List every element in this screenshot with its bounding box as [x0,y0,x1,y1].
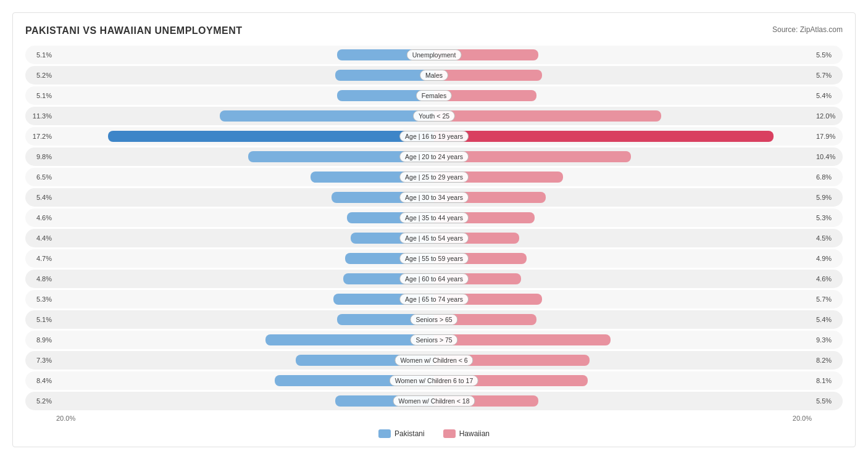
bar-left [333,294,434,305]
chart-container: PAKISTANI VS HAWAIIAN UNEMPLOYMENT Sourc… [12,12,856,447]
center-area: Age | 30 to 34 years [55,188,813,207]
table-row: 5.2% Males 5.7% [25,66,843,85]
right-half [434,351,813,370]
left-value: 11.3% [25,112,55,120]
left-value: 5.2% [25,397,55,405]
left-value: 5.1% [25,51,55,59]
right-value: 8.2% [813,357,843,364]
left-half [55,290,434,308]
right-value: 5.7% [813,295,843,303]
bar-left [337,90,434,101]
center-area: Age | 65 to 74 years [55,290,813,308]
bar-right [434,90,536,101]
left-half [55,249,434,268]
bar-right [434,49,538,60]
bar-right [434,355,590,366]
bar-right [434,273,521,284]
bar-left [351,233,434,244]
table-row: 4.7% Age | 55 to 59 years 4.9% [25,249,843,268]
right-half [434,249,813,268]
bar-right [434,70,542,81]
left-half [55,107,434,125]
legend-hawaiian-label: Hawaiian [459,429,490,438]
bar-left [311,172,434,183]
legend-hawaiian-color [443,429,456,438]
right-half [434,270,813,288]
left-half [55,168,434,186]
left-value: 4.7% [25,255,55,262]
left-half [55,331,434,349]
chart-source: Source: ZipAtlas.com [772,25,843,34]
left-half [55,371,434,390]
left-value: 9.8% [25,153,55,160]
center-area: Seniors > 65 [55,310,813,329]
bar-left [335,395,434,407]
center-area: Males [55,66,813,85]
left-half [55,66,434,85]
center-area: Age | 55 to 59 years [55,249,813,268]
right-value: 17.9% [813,133,843,140]
bar-right [434,212,535,223]
center-area: Age | 25 to 29 years [55,168,813,186]
right-half [434,86,813,105]
left-half [55,229,434,247]
right-half [434,46,813,64]
right-half [434,188,813,207]
legend-pakistani-color [378,429,391,438]
left-half [55,310,434,329]
right-value: 4.6% [813,275,843,283]
left-value: 8.9% [25,336,55,344]
table-row: 5.1% Seniors > 65 5.4% [25,310,843,329]
center-area: Women w/ Children 6 to 17 [55,371,813,390]
right-half [434,66,813,85]
right-half [434,290,813,308]
table-row: 6.5% Age | 25 to 29 years 6.8% [25,168,843,186]
left-half [55,188,434,207]
center-area: Youth < 25 [55,107,813,125]
center-area: Age | 60 to 64 years [55,270,813,288]
legend-pakistani-label: Pakistani [394,429,425,438]
left-half [55,351,434,370]
bar-right [434,294,542,305]
chart-title: PAKISTANI VS HAWAIIAN UNEMPLOYMENT [25,25,243,36]
right-value: 5.9% [813,194,843,201]
center-area: Age | 35 to 44 years [55,209,813,227]
bar-left [275,375,434,386]
right-value: 12.0% [813,112,843,120]
bar-left [108,131,434,142]
right-value: 5.7% [813,72,843,79]
right-half [434,331,813,349]
bar-right [434,192,546,203]
left-value: 8.4% [25,377,55,384]
bar-left [343,273,434,284]
bar-left [347,212,434,223]
table-row: 5.3% Age | 65 to 74 years 5.7% [25,290,843,308]
center-area: Women w/ Children < 18 [55,392,813,410]
right-value: 4.5% [813,234,843,242]
bar-right [434,110,661,122]
table-row: 4.6% Age | 35 to 44 years 5.3% [25,209,843,227]
bar-right [434,131,774,142]
left-value: 5.1% [25,92,55,99]
left-half [55,147,434,166]
table-row: 7.3% Women w/ Children < 6 8.2% [25,351,843,370]
right-half [434,229,813,247]
scale-right: 20.0% [793,415,812,422]
right-half [434,209,813,227]
chart-header: PAKISTANI VS HAWAIIAN UNEMPLOYMENT Sourc… [25,25,843,36]
table-row: 11.3% Youth < 25 12.0% [25,107,843,125]
right-half [434,310,813,329]
right-value: 5.5% [813,397,843,405]
center-area: Seniors > 75 [55,331,813,349]
right-value: 9.3% [813,336,843,344]
legend-hawaiian: Hawaiian [443,429,490,438]
bar-left [337,314,434,325]
right-value: 5.4% [813,316,843,323]
table-row: 4.4% Age | 45 to 54 years 4.5% [25,229,843,247]
right-value: 5.5% [813,51,843,59]
left-value: 5.4% [25,194,55,201]
legend-pakistani: Pakistani [378,429,425,438]
center-area: Age | 16 to 19 years [55,127,813,146]
bar-right [434,334,611,345]
table-row: 5.4% Age | 30 to 34 years 5.9% [25,188,843,207]
